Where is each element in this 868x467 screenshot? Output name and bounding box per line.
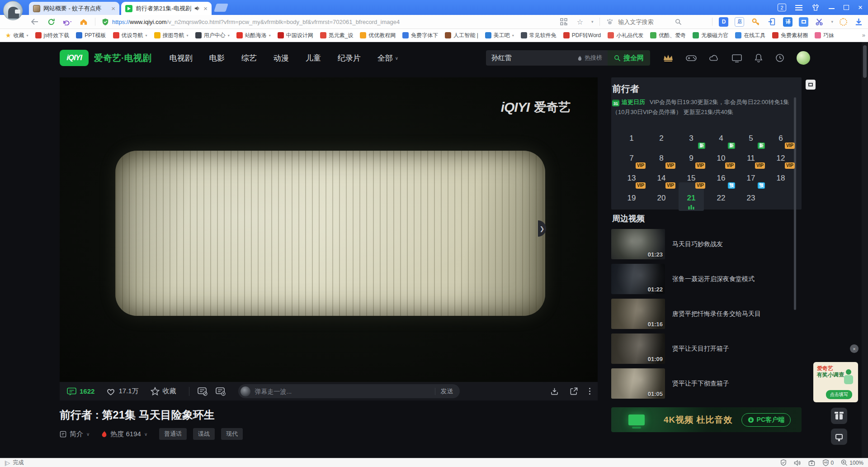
browser-tab-1[interactable]: 网站概要 - 蚊子有点疼 × [29,2,119,15]
episode-19[interactable]: 19VIP [617,184,646,204]
related-video-item[interactable]: 01:22张鲁一聂远开启深夜食堂模式 [611,264,797,294]
search-site-button[interactable]: 搜全网 [608,50,650,66]
float-panel-icon[interactable] [806,80,816,90]
home-icon[interactable] [79,17,89,27]
site-nav-item[interactable]: 电视剧 [170,53,193,63]
more-options-icon[interactable] [589,388,590,395]
page-scrollbar-thumb[interactable] [863,45,867,78]
bookmark-item[interactable]: 站酷海洛▾ [236,32,271,39]
pc-client-button[interactable]: PC客户端 [741,413,791,427]
back-icon[interactable] [30,17,40,27]
minimize-button[interactable] [829,8,835,9]
user-avatar[interactable] [797,51,810,65]
site-nav-item[interactable]: 纪录片 [338,53,361,63]
site-search-input[interactable] [486,50,572,66]
bookmark-item[interactable]: js特效下载 [35,32,70,39]
notes-extension-icon[interactable]: 店 [735,17,744,27]
bookmark-item[interactable]: 免费素材圈 [772,32,808,39]
search-magnifier-icon[interactable] [675,19,682,25]
tab2-close-icon[interactable]: × [203,5,208,12]
bookmark-item[interactable]: 中国设计网 [278,32,313,39]
bookmark-item[interactable]: 常见软件免 [521,32,557,39]
menu-hamburger-icon[interactable] [795,5,802,10]
share-icon[interactable] [570,387,578,396]
bookmark-item[interactable]: 在线工具 [735,32,765,39]
downloads-icon[interactable] [854,17,863,27]
intro-toggle[interactable]: 简介∨ [60,430,90,438]
toolbar-search-input[interactable] [617,18,671,26]
related-video-item[interactable]: 01:09贤平让天目打开箱子 [611,334,797,364]
bookmark-item[interactable]: 人工智能 | [445,32,478,39]
bookmarks-overflow-icon[interactable]: » [862,32,865,38]
browser-logo[interactable] [3,1,23,20]
maximize-button[interactable] [844,5,849,10]
episode-16[interactable]: 16VIP [706,164,736,184]
site-nav-item[interactable]: 电影 [209,53,225,63]
translate-extension-icon[interactable]: 译 [783,17,793,27]
survey-promo-card[interactable]: 爱奇艺 有奖小调查 点击填写 [813,362,858,402]
bookmark-item[interactable]: 用户中心▾ [195,32,230,39]
video-tag[interactable]: 普通话 [159,428,187,440]
episode-11[interactable]: 11新 [736,144,766,164]
episode-15[interactable]: 15VIP [676,164,706,184]
download-video-icon[interactable] [550,387,559,396]
video-thumbnail[interactable]: 01:23 [611,229,665,259]
bookmark-item[interactable]: PDF转Word [563,32,601,39]
hot-search-button[interactable]: 热搜榜 [572,50,608,66]
history-clock-icon[interactable] [775,53,784,62]
bell-icon[interactable] [754,53,763,62]
more-tools-icon[interactable] [840,18,847,26]
episode-3[interactable]: 3 [676,124,706,144]
close-window-button[interactable]: × [858,4,863,11]
status-medkit-icon[interactable] [808,460,815,466]
danmu-input[interactable] [250,388,435,395]
pc-client-banner[interactable]: 4K视频 杜比音效 PC客户端 [611,407,802,432]
episode-17[interactable]: 17VIP [736,164,766,184]
episode-10[interactable]: 10新 [706,144,736,164]
key-extension-icon[interactable] [750,17,760,27]
refresh-icon[interactable] [46,17,56,27]
episode-13[interactable]: 13VIP [617,164,646,184]
video-player[interactable]: iQIYI 爱奇艺 [60,77,598,382]
bookmark-item[interactable]: 优酷、爱奇 [650,32,686,39]
video-tag[interactable]: 谍战 [193,428,215,440]
phone-transfer-extension-icon[interactable] [767,17,777,27]
bookmark-item[interactable]: 小礼品代发 [608,32,643,39]
promo-close-icon[interactable]: × [850,344,859,353]
favorite-group[interactable]: 收藏 [151,387,176,396]
iqiyi-logo[interactable]: iQIYI [60,50,89,66]
bookmark-item[interactable]: 巧妹 [815,32,834,39]
site-brand[interactable]: 爱奇艺·电视剧 [94,52,151,64]
episode-22[interactable]: 22预 [706,184,736,204]
site-nav-item[interactable]: 儿童 [306,53,321,63]
bookmark-item[interactable]: 觅元素_设 [320,32,354,39]
site-nav-item[interactable]: 全部∨ [377,53,398,63]
episode-9[interactable]: 9新 [676,144,706,164]
status-speaker-icon[interactable] [794,460,801,466]
episode-23[interactable]: 23预 [736,184,766,204]
qr-code-icon[interactable] [559,17,569,27]
tab-count-badge[interactable]: 2 [778,4,786,11]
video-thumbnail[interactable]: 01:05 [611,368,665,399]
related-video-item[interactable]: 01:23马天目巧妙救战友 [611,229,797,259]
danmu-toggle-icon[interactable] [198,387,208,396]
related-video-item[interactable]: 01:16唐贤平把忏悔录任务交给马天目 [611,299,797,329]
like-group[interactable]: 17.1万 [106,387,138,396]
bookmark-item[interactable]: 搜图导航▾ [154,32,189,39]
episode-5[interactable]: 5 [736,124,766,144]
episode-2[interactable]: 2 [646,124,676,144]
screen-cast-icon[interactable] [732,54,742,62]
cloud-icon[interactable] [709,54,720,62]
favorite-caret-icon[interactable]: ▾ [591,19,594,24]
related-video-item[interactable]: 01:05贤平让手下彻查箱子 [611,368,797,399]
page-scrollbar[interactable] [862,42,868,458]
bookmark-item[interactable]: 美工吧▾ [485,32,514,39]
heat-indicator[interactable]: 热度 6194∨ [101,430,147,438]
send-danmu-button[interactable]: 发送 [441,387,457,396]
service-float-button[interactable] [831,429,847,445]
window-extension-icon[interactable] [799,17,808,27]
toolbar-search[interactable] [606,18,706,26]
sidebar-scrollbar-thumb[interactable] [794,97,796,310]
bookmark-item[interactable]: 优优教程网 [360,32,396,39]
site-nav-item[interactable]: 综艺 [241,53,257,63]
